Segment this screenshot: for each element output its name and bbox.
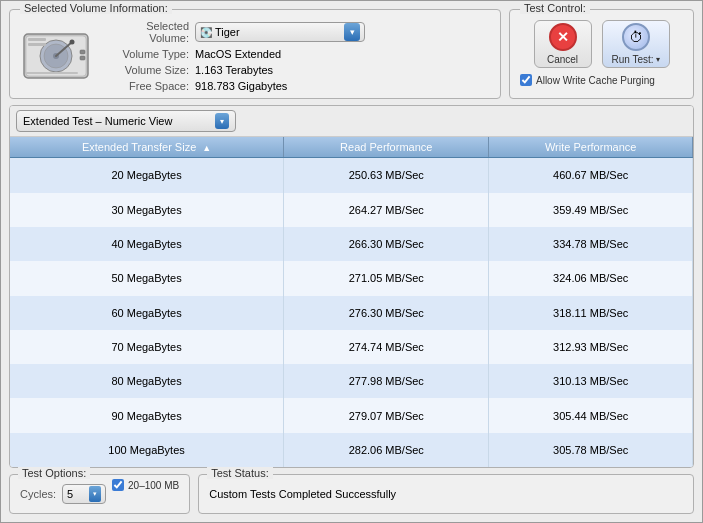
svg-rect-7 xyxy=(80,50,85,54)
run-test-icon: ⏱ xyxy=(622,23,650,51)
free-space-value: 918.783 Gigabytes xyxy=(195,80,287,92)
top-section: Selected Volume Information: xyxy=(9,9,694,99)
table-body: 20 MegaBytes250.63 MB/Sec460.67 MB/Sec30… xyxy=(10,158,693,468)
range-checkbox[interactable] xyxy=(112,479,124,491)
col-read-perf[interactable]: Read Performance xyxy=(284,137,489,158)
cell-r8-c0: 100 MegaBytes xyxy=(10,433,284,467)
volume-type-value: MacOS Extended xyxy=(195,48,281,60)
cell-r4-c1: 276.30 MB/Sec xyxy=(284,296,489,330)
volume-dropdown[interactable]: 💽 Tiger ▾ xyxy=(195,22,365,42)
cell-r0-c0: 20 MegaBytes xyxy=(10,158,284,193)
cell-r7-c1: 279.07 MB/Sec xyxy=(284,398,489,432)
cell-r5-c0: 70 MegaBytes xyxy=(10,330,284,364)
test-options-label: Test Options: xyxy=(18,467,90,479)
svg-rect-10 xyxy=(28,43,46,46)
volume-size-value: 1.163 Terabytes xyxy=(195,64,273,76)
run-test-label: Run Test: xyxy=(611,54,653,65)
run-test-dropdown-arrow: ▾ xyxy=(656,55,660,64)
volume-fields: Selected Volume: 💽 Tiger ▾ Volume Type: … xyxy=(104,20,365,92)
cell-r2-c1: 266.30 MB/Sec xyxy=(284,227,489,261)
table-row: 20 MegaBytes250.63 MB/Sec460.67 MB/Sec xyxy=(10,158,693,193)
table-row: 30 MegaBytes264.27 MB/Sec359.49 MB/Sec xyxy=(10,193,693,227)
hdd-icon xyxy=(20,20,92,92)
cancel-icon: ✕ xyxy=(549,23,577,51)
test-options-panel: Test Options: Cycles: 5 ▾ 20–100 MB xyxy=(9,474,190,514)
cell-r5-c2: 312.93 MB/Sec xyxy=(489,330,693,364)
volume-name: Tiger xyxy=(215,26,342,38)
cell-r6-c1: 277.98 MB/Sec xyxy=(284,364,489,398)
allow-write-cache-label: Allow Write Cache Purging xyxy=(536,75,655,86)
test-control-label: Test Control: xyxy=(520,2,590,14)
cancel-button[interactable]: ✕ Cancel xyxy=(534,20,592,68)
allow-write-cache-checkbox[interactable] xyxy=(520,74,532,86)
volume-info-label: Selected Volume Information: xyxy=(20,2,172,14)
cell-r6-c0: 80 MegaBytes xyxy=(10,364,284,398)
cell-r3-c0: 50 MegaBytes xyxy=(10,261,284,295)
test-status-panel: Test Status: Custom Tests Completed Succ… xyxy=(198,474,694,514)
col-transfer-size[interactable]: Extended Transfer Size ▲ xyxy=(10,137,284,158)
cell-r6-c2: 310.13 MB/Sec xyxy=(489,364,693,398)
col-transfer-size-label: Extended Transfer Size xyxy=(82,141,196,153)
svg-rect-9 xyxy=(28,38,46,41)
cycles-label: Cycles: xyxy=(20,488,56,500)
run-test-button[interactable]: ⏱ Run Test: ▾ xyxy=(602,20,670,68)
cell-r2-c0: 40 MegaBytes xyxy=(10,227,284,261)
table-header-row: Extended Transfer Size ▲ Read Performanc… xyxy=(10,137,693,158)
cell-r3-c1: 271.05 MB/Sec xyxy=(284,261,489,295)
cell-r4-c0: 60 MegaBytes xyxy=(10,296,284,330)
volume-type-label: Volume Type: xyxy=(104,48,189,60)
range-checkbox-label: 20–100 MB xyxy=(128,480,179,491)
run-test-label-row: Run Test: ▾ xyxy=(611,54,659,65)
volume-info-panel: Selected Volume Information: xyxy=(9,9,501,99)
cell-r8-c1: 282.06 MB/Sec xyxy=(284,433,489,467)
allow-write-cache-row: Allow Write Cache Purging xyxy=(520,74,655,86)
bottom-section: Test Options: Cycles: 5 ▾ 20–100 MB Test… xyxy=(9,474,694,514)
free-space-row: Free Space: 918.783 Gigabytes xyxy=(104,80,365,92)
sort-asc-icon: ▲ xyxy=(202,143,211,153)
col-write-perf[interactable]: Write Performance xyxy=(489,137,693,158)
cell-r2-c2: 334.78 MB/Sec xyxy=(489,227,693,261)
cell-r1-c2: 359.49 MB/Sec xyxy=(489,193,693,227)
cancel-label: Cancel xyxy=(547,54,578,65)
table-row: 60 MegaBytes276.30 MB/Sec318.11 MB/Sec xyxy=(10,296,693,330)
volume-size-label: Volume Size: xyxy=(104,64,189,76)
cell-r0-c2: 460.67 MB/Sec xyxy=(489,158,693,193)
extended-test-panel: Extended Test – Numeric View ▾ Extended … xyxy=(9,105,694,468)
cell-r4-c2: 318.11 MB/Sec xyxy=(489,296,693,330)
table-row: 90 MegaBytes279.07 MB/Sec305.44 MB/Sec xyxy=(10,398,693,432)
performance-table: Extended Transfer Size ▲ Read Performanc… xyxy=(10,137,693,467)
cell-r3-c2: 324.06 MB/Sec xyxy=(489,261,693,295)
col-write-perf-label: Write Performance xyxy=(545,141,637,153)
extended-test-dropdown-label: Extended Test – Numeric View xyxy=(23,115,215,127)
table-row: 70 MegaBytes274.74 MB/Sec312.93 MB/Sec xyxy=(10,330,693,364)
cycles-value: 5 xyxy=(67,488,89,500)
cycles-dropdown-arrow: ▾ xyxy=(89,486,101,502)
drive-mini-icon: 💽 xyxy=(200,27,212,38)
main-window: Selected Volume Information: xyxy=(0,0,703,523)
cell-r7-c0: 90 MegaBytes xyxy=(10,398,284,432)
svg-point-6 xyxy=(70,40,75,45)
test-status-label: Test Status: xyxy=(207,467,272,479)
table-row: 100 MegaBytes282.06 MB/Sec305.78 MB/Sec xyxy=(10,433,693,467)
cell-r8-c2: 305.78 MB/Sec xyxy=(489,433,693,467)
cell-r5-c1: 274.74 MB/Sec xyxy=(284,330,489,364)
table-row: 50 MegaBytes271.05 MB/Sec324.06 MB/Sec xyxy=(10,261,693,295)
svg-rect-11 xyxy=(26,72,78,74)
volume-dropdown-arrow: ▾ xyxy=(344,23,360,41)
cell-r1-c1: 264.27 MB/Sec xyxy=(284,193,489,227)
cycles-dropdown[interactable]: 5 ▾ xyxy=(62,484,106,504)
test-control-panel: Test Control: ✕ Cancel ⏱ xyxy=(509,9,694,99)
status-text: Custom Tests Completed Successfully xyxy=(209,488,396,500)
extended-test-dropdown[interactable]: Extended Test – Numeric View ▾ xyxy=(16,110,236,132)
cell-r1-c0: 30 MegaBytes xyxy=(10,193,284,227)
table-row: 40 MegaBytes266.30 MB/Sec334.78 MB/Sec xyxy=(10,227,693,261)
extended-test-header: Extended Test – Numeric View ▾ xyxy=(10,106,693,137)
selected-volume-row: Selected Volume: 💽 Tiger ▾ xyxy=(104,20,365,44)
selected-volume-label: Selected Volume: xyxy=(104,20,189,44)
extended-test-dropdown-arrow: ▾ xyxy=(215,113,229,129)
range-checkbox-row: 20–100 MB xyxy=(112,479,179,491)
volume-type-row: Volume Type: MacOS Extended xyxy=(104,48,365,60)
cell-r0-c1: 250.63 MB/Sec xyxy=(284,158,489,193)
control-button-row: ✕ Cancel ⏱ Run Test: ▾ xyxy=(534,20,670,68)
col-read-perf-label: Read Performance xyxy=(340,141,432,153)
